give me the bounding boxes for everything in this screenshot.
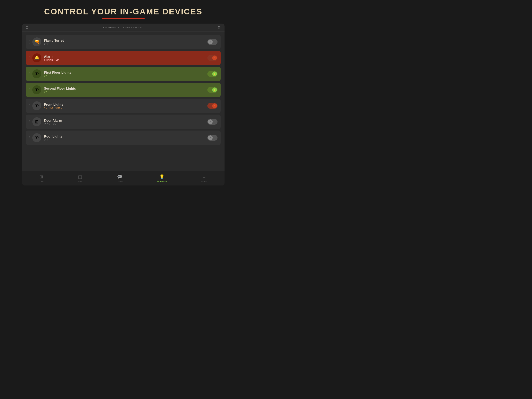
device-toggle-first-floor-lights[interactable]: ⚡ <box>207 71 217 77</box>
device-item-door-alarm[interactable]: 🗑 Door Alarm INACTIVE ✕ <box>26 115 221 129</box>
device-info-alarm: Alarm TRIGGERED <box>44 55 205 61</box>
panel-header: FACEPUNCH CRAGGY ISLAND ⚙ <box>22 24 225 32</box>
device-item-front-lights[interactable]: 👁 Front Lights NO RESPONSE ✕ <box>26 99 221 113</box>
nav-item-hub[interactable]: ⊞ HUB <box>35 173 48 184</box>
device-name-first-floor-lights: First Floor Lights <box>44 71 205 74</box>
device-item-second-floor-lights[interactable]: 👁 Second Floor Lights ON ⚡ <box>26 83 221 97</box>
drag-handle-roof-lights[interactable] <box>29 136 30 139</box>
device-status-second-floor-lights: ON <box>44 91 205 93</box>
device-name-roof-lights: Roof Lights <box>44 135 205 138</box>
device-info-second-floor-lights: Second Floor Lights ON <box>44 87 205 93</box>
device-icon-front-lights: 👁 <box>32 101 41 110</box>
nav-item-news[interactable]: ≡ NEWS <box>197 173 211 184</box>
drag-handle-second-floor-lights[interactable] <box>29 89 30 91</box>
device-list: 🔫 Flame Turret OFF ✕ 🔔 Alarm TRIGGERED ✕… <box>22 32 225 171</box>
settings-icon[interactable]: ⚙ <box>217 25 221 30</box>
drag-handle-alarm[interactable] <box>29 57 30 59</box>
toggle-knob-front-lights: ✕ <box>212 103 217 108</box>
device-status-roof-lights: OFF <box>44 139 205 141</box>
nav-item-team[interactable]: 💬 TEAM <box>113 173 127 184</box>
toggle-knob-alarm: ✕ <box>212 56 217 60</box>
nav-label-team: TEAM <box>116 180 123 182</box>
device-info-flame-turret: Flame Turret OFF <box>44 39 205 45</box>
device-name-door-alarm: Door Alarm <box>44 119 205 122</box>
device-info-front-lights: Front Lights NO RESPONSE <box>44 103 205 109</box>
device-item-flame-turret[interactable]: 🔫 Flame Turret OFF ✕ <box>26 35 221 49</box>
toggle-knob-roof-lights: ✕ <box>208 135 213 140</box>
nav-label-devices: DEVICES <box>157 180 167 182</box>
device-icon-flame-turret: 🔫 <box>32 37 41 46</box>
toggle-knob-flame-turret: ✕ <box>208 39 213 44</box>
nav-label-news: NEWS <box>201 180 208 182</box>
device-icon-door-alarm: 🗑 <box>32 117 41 126</box>
nav-item-map[interactable]: ◫ MAP <box>74 173 86 184</box>
device-name-alarm: Alarm <box>44 55 205 58</box>
device-item-first-floor-lights[interactable]: 👁 First Floor Lights ON ⚡ <box>26 67 221 81</box>
device-item-alarm[interactable]: 🔔 Alarm TRIGGERED ✕ <box>26 51 221 65</box>
device-name-front-lights: Front Lights <box>44 103 205 106</box>
device-toggle-flame-turret[interactable]: ✕ <box>207 39 217 45</box>
device-info-first-floor-lights: First Floor Lights ON <box>44 71 205 77</box>
device-status-door-alarm: INACTIVE <box>44 123 205 125</box>
nav-icon-hub: ⊞ <box>39 174 43 180</box>
device-status-alarm: TRIGGERED <box>44 59 205 61</box>
nav-icon-map: ◫ <box>78 174 82 180</box>
device-info-door-alarm: Door Alarm INACTIVE <box>44 119 205 125</box>
device-name-flame-turret: Flame Turret <box>44 39 205 42</box>
toggle-knob-door-alarm: ✕ <box>208 119 213 124</box>
device-toggle-alarm[interactable]: ✕ <box>207 55 217 61</box>
title-underline <box>102 18 145 19</box>
nav-icon-news: ≡ <box>203 174 205 180</box>
drag-handle-front-lights[interactable] <box>29 104 30 107</box>
device-toggle-roof-lights[interactable]: ✕ <box>207 135 217 141</box>
drag-handle-first-floor-lights[interactable] <box>29 72 30 75</box>
bottom-nav: ⊞ HUB ◫ MAP 💬 TEAM 💡 DEVICES ≡ NEWS <box>22 171 225 186</box>
nav-item-devices[interactable]: 💡 DEVICES <box>153 173 171 184</box>
device-item-roof-lights[interactable]: 👁 Roof Lights OFF ✕ <box>26 130 221 145</box>
nav-label-map: MAP <box>77 180 82 182</box>
nav-icon-team: 💬 <box>117 174 122 180</box>
device-toggle-front-lights[interactable]: ✕ <box>207 103 217 109</box>
device-toggle-door-alarm[interactable]: ✕ <box>207 119 217 125</box>
device-icon-second-floor-lights: 👁 <box>32 85 41 94</box>
nav-label-hub: HUB <box>39 180 44 182</box>
drag-handle-door-alarm[interactable] <box>29 120 30 123</box>
device-name-second-floor-lights: Second Floor Lights <box>44 87 205 90</box>
panel-menu-icon[interactable] <box>26 26 28 29</box>
toggle-knob-first-floor-lights: ⚡ <box>212 71 217 76</box>
main-panel: FACEPUNCH CRAGGY ISLAND ⚙ 🔫 Flame Turret… <box>22 24 225 186</box>
device-icon-alarm: 🔔 <box>32 53 41 62</box>
toggle-knob-second-floor-lights: ⚡ <box>212 87 217 92</box>
drag-handle-flame-turret[interactable] <box>29 40 30 44</box>
device-toggle-second-floor-lights[interactable]: ⚡ <box>207 87 217 93</box>
device-icon-first-floor-lights: 👁 <box>32 69 41 78</box>
device-info-roof-lights: Roof Lights OFF <box>44 135 205 141</box>
device-status-front-lights: NO RESPONSE <box>44 107 205 109</box>
page-title: CONTROL YOUR IN-GAME DEVICES <box>44 7 203 16</box>
server-name: FACEPUNCH CRAGGY ISLAND <box>103 26 143 29</box>
nav-icon-devices: 💡 <box>159 174 165 180</box>
device-status-flame-turret: OFF <box>44 43 205 45</box>
device-icon-roof-lights: 👁 <box>32 133 41 142</box>
device-status-first-floor-lights: ON <box>44 75 205 77</box>
